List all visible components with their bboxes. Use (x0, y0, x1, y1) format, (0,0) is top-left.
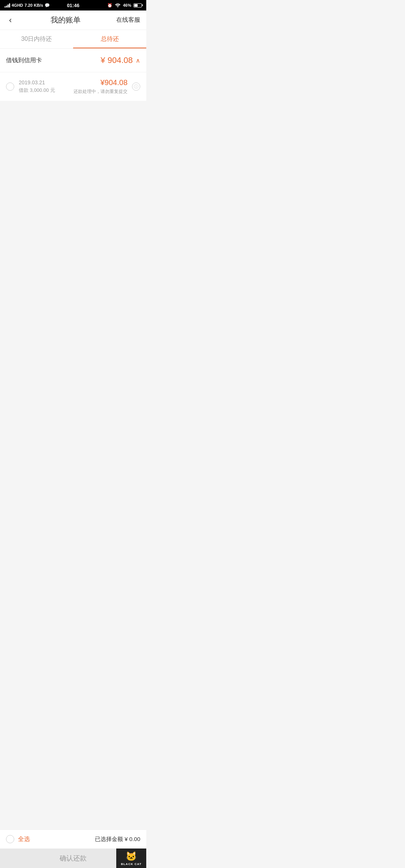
chevron-up-icon[interactable]: ∧ (136, 57, 140, 64)
status-bar: 4GHD 7.20 KB/s 💬 01:46 ⏰ 46% (0, 0, 146, 10)
bill-info: 2019.03.21 借款 3,000.00 元 (19, 79, 69, 94)
section-amount: ¥ 904.08 ∧ (100, 55, 140, 65)
section-card: 借钱到信用卡 ¥ 904.08 ∧ 2019.03.21 借款 3,000.00… (0, 49, 146, 101)
back-button[interactable]: ‹ (6, 12, 15, 28)
bill-status: 还款处理中，请勿重复提交 (74, 88, 128, 95)
wifi-icon (115, 3, 121, 8)
network-speed: 7.20 KB/s (25, 3, 44, 7)
battery-icon (134, 3, 142, 7)
page-title: 我的账单 (51, 15, 81, 25)
bill-amount: ¥904.08 (100, 78, 128, 87)
bill-item-checkbox[interactable] (6, 82, 14, 91)
tab-30days[interactable]: 30日内待还 (0, 30, 73, 48)
bill-desc: 借款 3,000.00 元 (19, 87, 69, 94)
gray-area (0, 101, 146, 288)
battery-percent: 46% (123, 3, 131, 7)
alarm-icon: ⏰ (107, 3, 112, 8)
section-title: 借钱到信用卡 (6, 57, 42, 64)
bill-right: ¥904.08 还款处理中，请勿重复提交 (74, 78, 128, 95)
message-icon: 💬 (45, 3, 50, 8)
signal-icon (4, 3, 10, 7)
section-amount-value: ¥ 904.08 (100, 55, 133, 65)
nav-bar: ‹ 我的账单 在线客服 (0, 10, 146, 30)
tabs: 30日内待还 总待还 (0, 30, 146, 49)
content-area: 借钱到信用卡 ¥ 904.08 ∧ 2019.03.21 借款 3,000.00… (0, 49, 146, 288)
section-header: 借钱到信用卡 ¥ 904.08 ∧ (0, 49, 146, 72)
bill-date: 2019.03.21 (19, 79, 69, 85)
status-left: 4GHD 7.20 KB/s 💬 (4, 3, 50, 8)
bill-item: 2019.03.21 借款 3,000.00 元 ¥904.08 还款处理中，请… (0, 72, 146, 101)
customer-service-button[interactable]: 在线客服 (116, 16, 140, 24)
status-time: 01:46 (67, 3, 79, 8)
tab-total[interactable]: 总待还 (73, 30, 146, 48)
network-type: 4GHD (12, 3, 23, 7)
status-right: ⏰ 46% (107, 3, 142, 8)
info-icon[interactable]: ⓘ (132, 82, 140, 91)
